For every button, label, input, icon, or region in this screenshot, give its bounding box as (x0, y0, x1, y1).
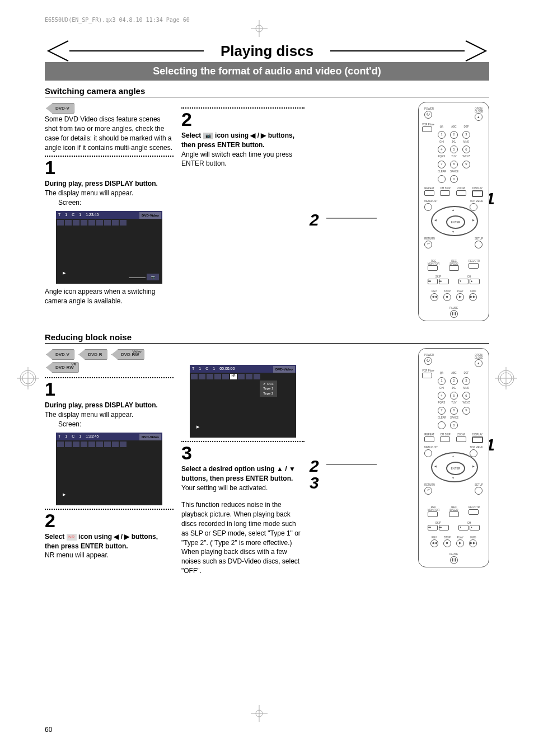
power-button: ⏻ (424, 111, 432, 119)
setup-button (475, 241, 483, 248)
dvd-video-badge: DVD-Video (139, 212, 161, 219)
navigation-pad: ▲ ▼ ◀ ▶ ENTER (431, 206, 478, 236)
crop-mark-top (251, 20, 268, 37)
screen-preview-2: T 1 C 1 1:23:45 DVD-Video ▶ (56, 433, 162, 505)
step-number-2: 2 (45, 511, 174, 530)
digit-2: 2 (450, 131, 458, 139)
clear-button (438, 175, 446, 183)
menu-button (424, 203, 432, 211)
step-divider (181, 107, 305, 109)
nr-icon: NR (67, 534, 77, 541)
chapter-title-row: Playing discs (45, 40, 489, 62)
eject-button: ▲ (475, 113, 483, 121)
ch-down: ▼ (458, 279, 469, 284)
step-number-1: 1 (45, 158, 174, 177)
step2-instruction: Select 📷 icon using ◀ / ▶ buttons, then … (181, 131, 305, 150)
callout-2: 2 (310, 208, 319, 232)
screen-label: Screen: (58, 420, 174, 429)
s2-step2-instruction: Select NR icon using ◀ / ▶ buttons, then… (45, 532, 174, 551)
step-number-1: 1 (45, 379, 174, 398)
step1-note: Angle icon appears when a switching came… (45, 287, 174, 306)
repeat-button (424, 190, 434, 196)
digit-7: 7 (438, 161, 446, 168)
enter-button: ENTER (446, 462, 465, 475)
enter-button: ENTER (446, 215, 465, 229)
remote-control-diagram: POWER ⏻ OPEN/ CLOSE ▲ VCR Plus+ @!:ABCDE… (418, 102, 489, 321)
step-divider (181, 441, 305, 442)
badge-dvd-v: DVD-V (46, 349, 74, 360)
page-number: 60 (45, 726, 52, 734)
rec-otr-button (469, 263, 479, 269)
fwd-button: ▶▶ (469, 293, 477, 301)
camera-angle-icon: 📷 (147, 274, 159, 280)
disc-badges: DVD-V DVD-R VideoDVD-RW VRDVD-RW (45, 348, 157, 374)
dvd-video-badge: DVD-Video (139, 434, 161, 440)
intro-text: Some DVD Video discs feature scenes shot… (45, 115, 174, 152)
screen-preview-1: T 1 C 1 1:23:45 DVD-Video ▶ 📷 (56, 211, 162, 284)
step1-body: The display menu will appear. (45, 189, 174, 198)
camera-icon: 📷 (203, 133, 213, 139)
digit-1: 1 (438, 131, 446, 139)
rec-speed-button (449, 265, 459, 271)
remote-control-diagram-2: POWER ⏻ OPEN/ CLOSE ▲ VCR Plus+ @!:ABCDE… (418, 348, 489, 567)
step-divider (45, 509, 174, 510)
crop-mark-bottom (251, 705, 268, 722)
step1-instruction: During play, press DISPLAY button. (45, 179, 174, 189)
title-angle-right-icon (465, 40, 489, 62)
stop-button: ■ (443, 293, 451, 301)
vcr-plus-button (422, 126, 432, 132)
digit-5: 5 (450, 145, 458, 153)
return-button: ↶ (424, 241, 432, 248)
digit-3: 3 (462, 131, 470, 139)
digit-9: 9 (462, 161, 470, 168)
badge-dvd-v: DVD-V (46, 103, 74, 114)
s2-step3-body: Your setting will be activated. (181, 483, 305, 493)
callout-line (326, 218, 377, 219)
screen-preview-3: T 1 C 1 00:00:00 DVD-Video NR ✔ OFF Type… (190, 365, 296, 438)
disc-badges: DVD-V (45, 102, 174, 115)
section-switching-camera-angles: Switching camera angles (45, 86, 489, 97)
skip-back: ⏮ (428, 279, 438, 284)
skip-fwd: ⏭ (439, 279, 449, 284)
display-button (472, 190, 483, 197)
step-divider (45, 377, 174, 378)
step-number-2: 2 (181, 110, 305, 129)
topmenu-button (470, 203, 477, 211)
rev-button: ◀◀ (430, 293, 438, 301)
badge-dvd-rw-vr: VRDVD-RW (46, 362, 79, 373)
digit-8: 8 (450, 161, 458, 168)
s2-step3-extra: This function reduces noise in the playb… (181, 500, 305, 575)
s2-step3-instruction: Select a desired option using ▲ / ▼ butt… (181, 464, 305, 483)
nr-submenu: ✔ OFF Type 1 Type 2 (260, 381, 277, 397)
section-reducing-block-noise: Reducing block noise (45, 332, 489, 344)
digit-4: 4 (438, 145, 446, 153)
step-divider (45, 156, 174, 157)
play-button: ▶ (456, 293, 464, 301)
display-button (472, 436, 483, 443)
crop-mark-left (17, 367, 39, 389)
chapter-title: Playing discs (204, 43, 330, 60)
zoom-button (456, 190, 466, 196)
s2-step1-instruction: During play, press DISPLAY button. (45, 401, 174, 410)
screen-label: Screen: (58, 198, 174, 208)
navigation-pad: ▲ ▼ ◀ ▶ ENTER (431, 452, 478, 482)
title-angle-left-icon (45, 40, 69, 62)
subtitle-bar: Selecting the format of audio and video … (45, 62, 489, 81)
pause-button: ❚❚ (450, 310, 458, 318)
step2-body: Angle will switch each time you press EN… (181, 150, 305, 169)
eject-button: ▲ (475, 359, 483, 367)
dvd-video-badge: DVD-Video (273, 366, 295, 373)
vcr-plus-button (422, 373, 432, 378)
ch-up: ▲ (470, 279, 480, 284)
s2-step1-body: The display menu will appear. (45, 410, 174, 420)
callout-3: 3 (310, 471, 319, 495)
s2-step2-body: NR menu will appear. (45, 551, 174, 560)
digit-6: 6 (462, 145, 470, 153)
step-number-3: 3 (181, 443, 305, 462)
callout-line (326, 464, 377, 465)
power-button: ⏻ (424, 357, 432, 365)
cmskip-button (440, 190, 450, 196)
badge-dvd-r: DVD-R (78, 349, 107, 360)
digit-0: 0 (450, 175, 458, 183)
crop-mark-right (495, 367, 517, 389)
